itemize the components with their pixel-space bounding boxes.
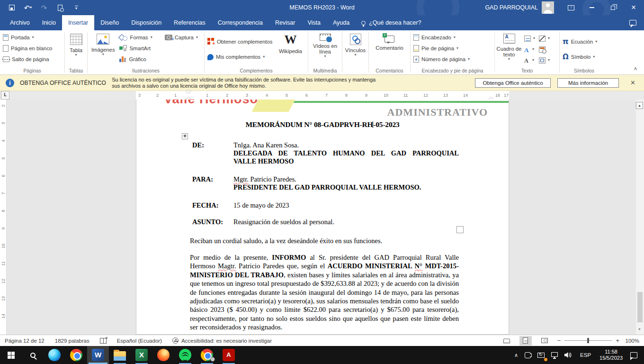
right-indent-marker[interactable] [489,95,493,100]
redo-icon[interactable]: ↷ [40,3,48,12]
start-button[interactable] [0,346,22,364]
elementos-rapidos-button[interactable]: ▾ [522,34,537,43]
equation-icon: π [563,38,569,46]
title-bar: ↶▾ ↷ ▾ MEMOS RH2023 - Word GAD PARROQUIA… [0,0,644,15]
vinculos-button[interactable]: Vínculos▾ [343,32,367,67]
language-tray-indicator[interactable]: ESP [576,346,595,364]
taskbar-search-button[interactable] [22,346,44,364]
fecha-y-hora-button[interactable] [537,45,552,54]
customize-qat-icon[interactable]: ▾ [72,3,80,12]
feedback-button[interactable] [629,15,644,30]
mis-complementos-button[interactable]: Mis complementos▾ [206,52,274,63]
para-value: Mgtr. Patricio Paredes. PRESIDENTE DEL G… [233,175,459,191]
encabezado-button[interactable]: Encabezado▾ [411,32,493,43]
taskbar-firefox[interactable] [152,346,174,364]
table-move-handle-icon[interactable]: ✚ [182,133,188,139]
simbolo-button[interactable]: ΩSímbolo▾ [561,52,608,63]
videos-en-linea-button[interactable]: Vídeos en línea▾ [309,32,341,67]
save-icon[interactable] [8,3,16,12]
tab-archivo[interactable]: Archivo [4,15,36,30]
taskbar-chrome-profile[interactable] [196,346,218,364]
comment-icon [385,36,394,43]
vertical-scrollbar[interactable]: ▲ ▼ [636,100,644,335]
more-info-button[interactable]: Más información [557,78,619,88]
tab-stop-selector[interactable]: L [1,91,9,100]
web-layout-button[interactable] [538,336,551,346]
restore-button[interactable] [602,0,623,15]
obtener-complementos-button[interactable]: Obtener complementos [206,36,274,47]
clock[interactable]: 11:5815/5/2023 [595,346,627,364]
zoom-slider[interactable] [564,340,612,341]
tray-device-icon[interactable] [521,346,534,364]
tab-disposicion[interactable]: Disposición [125,15,168,30]
linea-de-firma-button[interactable]: ▾ [537,34,552,43]
taskbar-spotify[interactable] [174,346,196,364]
objeto-button[interactable]: ▾ [537,56,552,64]
tab-diseno[interactable]: Diseño [94,15,125,30]
pagina-en-blanco-button[interactable]: Página en blanco [1,43,63,54]
scroll-up-icon[interactable]: ▲ [636,102,643,109]
imagenes-button[interactable]: Imágenes▾ [89,32,117,67]
tab-revisar[interactable]: Revisar [269,15,301,30]
accessibility-status[interactable]: Accesibilidad: es necesario investigar [172,337,272,344]
language-indicator[interactable]: Español (Ecuador) [117,338,162,344]
tray-chevron-up-icon[interactable]: ∧ [511,346,521,364]
proofing-errors-button[interactable] [100,338,107,344]
close-button[interactable]: × [623,0,644,15]
zoom-out-icon[interactable]: − [557,337,561,344]
action-center-button[interactable] [627,346,644,364]
collapse-ribbon-icon[interactable]: ∧ [634,65,637,72]
grafico-button[interactable]: Gráfico [117,54,162,64]
horizontal-ruler[interactable]: L 3 2 1 1 2 3 4 5 6 7 8 9 10 11 12 13 14… [0,91,644,100]
pie-de-pagina-button[interactable]: Pie de página▾ [411,43,493,54]
ribbon-display-options-button[interactable]: ↑ [561,0,581,15]
taskbar-file-explorer[interactable] [109,346,131,364]
wordart-button[interactable]: A▾ [522,45,537,54]
print-preview-icon[interactable] [56,3,64,12]
page-indicator[interactable]: Página 12 de 12 [5,338,45,344]
taskbar-chrome[interactable] [65,346,87,364]
zoom-level[interactable]: 100% [623,338,639,344]
undo-icon[interactable]: ↶▾ [24,3,32,12]
zoom-in-icon[interactable]: + [616,337,619,344]
tabla-button[interactable]: Tabla▾ [66,32,86,67]
network-icon[interactable] [548,346,561,364]
get-genuine-office-button[interactable]: Obtenga Office auténtico [475,78,551,88]
tab-referencias[interactable]: Referencias [168,15,212,30]
document-page[interactable]: Valle Hermoso ADMINISTRATIVO MEMORÁNDUM … [136,100,509,335]
tab-insertar[interactable]: Insertar [62,15,94,30]
minimize-button[interactable] [581,0,602,15]
taskbar-acrobat[interactable]: A [218,346,240,364]
taskbar-word[interactable]: W [87,346,109,364]
tab-ayuda[interactable]: Ayuda [327,15,356,30]
account-name[interactable]: GAD PARROQUIAL [485,4,538,11]
taskbar-edge[interactable] [44,346,65,364]
cuadro-de-texto-button[interactable]: Cuadro de texto▾ [496,32,522,67]
formas-button[interactable]: Formas▾ [117,32,162,43]
wikipedia-button[interactable]: WWikipedia [275,32,305,67]
tray-update-icon[interactable] [534,346,548,364]
taskbar-excel[interactable]: X [131,346,152,364]
captura-button[interactable]: Captura▾ [163,32,203,43]
tell-me-box[interactable]: ¿Qué desea hacer? [356,15,427,30]
scrollbar-thumb[interactable] [637,292,643,322]
letra-capital-button[interactable]: A▾ [522,56,537,64]
print-layout-button[interactable] [519,336,532,346]
read-mode-button[interactable] [501,336,513,346]
warning-close-icon[interactable]: ✕ [630,79,638,86]
numero-de-pagina-button[interactable]: #Número de página▾ [411,54,493,64]
smartart-button[interactable]: SmartArt [117,43,162,54]
tab-vista[interactable]: Vista [301,15,327,30]
tab-correspondencia[interactable]: Correspondencia [212,15,269,30]
ecuacion-button[interactable]: πEcuación▾ [561,36,608,47]
volume-icon[interactable] [561,346,576,364]
scroll-down-icon[interactable]: ▼ [636,326,643,333]
word-count[interactable]: 1829 palabras [55,338,89,344]
portada-button[interactable]: Portada▾ [1,32,63,43]
comentario-button[interactable]: Comentario [370,32,409,67]
zoom-slider-thumb[interactable] [587,338,589,343]
salto-de-pagina-button[interactable]: Salto de página [1,54,63,64]
vertical-ruler[interactable]: 2 3 4 5 6 7 8 9 10 11 12 13 14 [0,100,7,335]
avatar[interactable] [542,1,554,14]
tab-inicio[interactable]: Inicio [36,15,62,30]
